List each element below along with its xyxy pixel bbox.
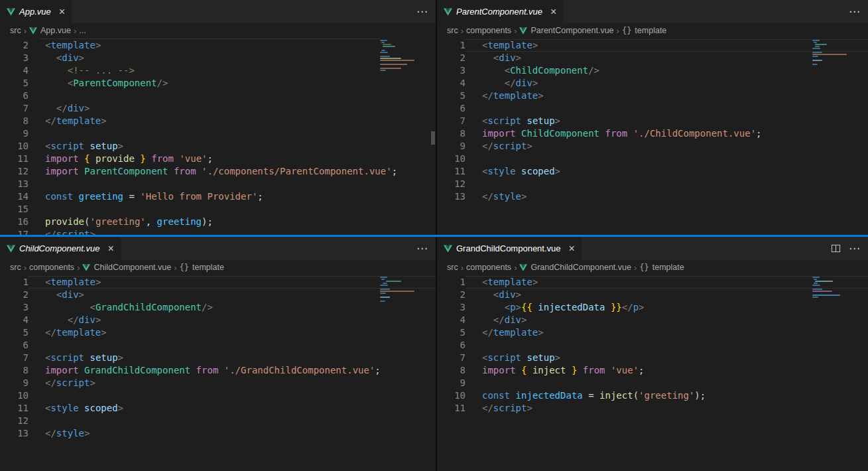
code-line[interactable]: 5</template>: [437, 326, 868, 339]
code-line[interactable]: 9: [0, 127, 436, 140]
code-line[interactable]: 9: [437, 377, 868, 389]
line-number[interactable]: 2: [0, 289, 29, 301]
code-line[interactable]: 1<template>: [437, 39, 868, 52]
code-editor[interactable]: 1<template>2 <div>3 <GrandChildComponent…: [0, 275, 436, 471]
vertical-scrollbar[interactable]: [431, 131, 435, 145]
split-editor-icon[interactable]: [831, 243, 841, 253]
line-number[interactable]: 8: [437, 127, 465, 140]
code-line[interactable]: 2 <div>: [0, 289, 436, 301]
line-number[interactable]: 5: [0, 326, 29, 339]
line-number[interactable]: 9: [437, 140, 465, 153]
code-editor[interactable]: 1<template>2 <div>3 <p>{{ injectedData }…: [437, 275, 868, 471]
code-line[interactable]: 2<template>: [0, 39, 436, 52]
line-number[interactable]: 8: [437, 364, 465, 377]
line-number[interactable]: 16: [0, 216, 29, 228]
code-line[interactable]: 13</style>: [437, 190, 868, 203]
code-line[interactable]: 3 <GrandChildComponent/>: [0, 301, 436, 314]
line-number[interactable]: 3: [437, 64, 465, 77]
code-line[interactable]: 6: [0, 90, 436, 102]
line-number[interactable]: 6: [0, 339, 29, 352]
tab-childcomponent-vue[interactable]: ChildComponent.vue ×: [0, 237, 121, 260]
code-line[interactable]: 12: [0, 415, 436, 427]
code-line[interactable]: 4 </div>: [437, 314, 868, 326]
line-number[interactable]: 10: [437, 389, 465, 402]
tab-parentcomponent-vue[interactable]: ParentComponent.vue ×: [437, 0, 564, 23]
breadcrumb-item[interactable]: {}template: [622, 26, 666, 35]
more-actions-icon[interactable]: ⋯: [849, 6, 860, 17]
more-actions-icon[interactable]: ⋯: [849, 243, 860, 254]
code-line[interactable]: 9</script>: [437, 140, 868, 153]
breadcrumb-item[interactable]: components: [466, 26, 511, 35]
line-number[interactable]: 3: [0, 52, 29, 64]
breadcrumb-item[interactable]: {}template: [180, 263, 224, 272]
close-icon[interactable]: ×: [107, 243, 113, 254]
line-number[interactable]: 1: [0, 276, 29, 289]
line-number[interactable]: 14: [0, 190, 29, 203]
minimap[interactable]: [812, 40, 848, 66]
line-number[interactable]: 7: [437, 352, 465, 364]
line-number[interactable]: 9: [437, 377, 465, 389]
code-line[interactable]: 1<template>: [0, 276, 436, 289]
tab-app-vue[interactable]: App.vue ×: [0, 0, 72, 23]
breadcrumb-item[interactable]: ParentComponent.vue: [519, 26, 613, 35]
code-line[interactable]: 5</template>: [0, 326, 436, 339]
line-number[interactable]: 2: [437, 52, 465, 64]
line-number[interactable]: 11: [437, 165, 465, 178]
code-line[interactable]: 6: [0, 339, 436, 352]
line-number[interactable]: 2: [437, 289, 465, 301]
line-number[interactable]: 8: [0, 115, 29, 127]
code-line[interactable]: 8import GrandChildComponent from './Gran…: [0, 364, 436, 377]
breadcrumb-item[interactable]: components: [466, 263, 511, 272]
line-number[interactable]: 9: [0, 127, 29, 140]
code-editor[interactable]: 1<template>2 <div>3 <ChildComponent/>4 <…: [437, 38, 868, 235]
code-line[interactable]: 12import ParentComponent from './compone…: [0, 165, 436, 178]
code-line[interactable]: 10const injectedData = inject('greeting'…: [437, 389, 868, 402]
line-number[interactable]: 4: [0, 64, 29, 77]
line-number[interactable]: 15: [0, 203, 29, 216]
line-number[interactable]: 6: [437, 339, 465, 352]
line-number[interactable]: 3: [437, 301, 465, 314]
line-number[interactable]: 6: [437, 102, 465, 115]
code-line[interactable]: 5</template>: [437, 90, 868, 102]
code-line[interactable]: 6: [437, 339, 868, 352]
line-number[interactable]: 17: [0, 228, 29, 235]
breadcrumb-item[interactable]: src: [447, 26, 458, 35]
line-number[interactable]: 11: [0, 153, 29, 165]
breadcrumb-item[interactable]: ...: [79, 26, 86, 35]
code-line[interactable]: 16provide('greeting', greeting);: [0, 216, 436, 228]
more-actions-icon[interactable]: ⋯: [416, 243, 428, 254]
code-line[interactable]: 2 <div>: [437, 289, 868, 301]
breadcrumb-item[interactable]: src: [447, 263, 458, 272]
code-line[interactable]: 8import ChildComponent from './ChildComp…: [437, 127, 868, 140]
code-line[interactable]: 5 <ParentComponent/>: [0, 77, 436, 90]
breadcrumb-item[interactable]: ChildComponent.vue: [82, 263, 171, 272]
line-number[interactable]: 5: [437, 326, 465, 339]
breadcrumb-item[interactable]: src: [10, 263, 21, 272]
editor-group-sash[interactable]: [0, 235, 868, 237]
close-icon[interactable]: ×: [550, 7, 556, 17]
code-line[interactable]: 4 </div>: [0, 314, 436, 326]
line-number[interactable]: 5: [437, 90, 465, 102]
minimap[interactable]: [380, 40, 416, 72]
minimap[interactable]: [812, 277, 848, 299]
code-line[interactable]: 3 <ChildComponent/>: [437, 64, 868, 77]
line-number[interactable]: 9: [0, 377, 29, 389]
line-number[interactable]: 7: [437, 115, 465, 127]
line-number[interactable]: 1: [437, 39, 465, 52]
code-line[interactable]: 13: [0, 178, 436, 190]
minimap[interactable]: [380, 277, 416, 303]
line-number[interactable]: 10: [0, 140, 29, 153]
line-number[interactable]: 11: [437, 402, 465, 415]
line-number[interactable]: 3: [0, 301, 29, 314]
line-number[interactable]: 7: [0, 102, 29, 115]
line-number[interactable]: 4: [437, 314, 465, 326]
code-line[interactable]: 6: [437, 102, 868, 115]
line-number[interactable]: 1: [437, 276, 465, 289]
line-number[interactable]: 7: [0, 352, 29, 364]
code-line[interactable]: 4 <!-- ... -->: [0, 64, 436, 77]
breadcrumb-item[interactable]: GrandChildComponent.vue: [519, 263, 631, 272]
code-line[interactable]: 3 <div>: [0, 52, 436, 64]
line-number[interactable]: 2: [0, 39, 29, 52]
code-line[interactable]: 13</style>: [0, 427, 436, 440]
code-line[interactable]: 1<template>: [437, 276, 868, 289]
